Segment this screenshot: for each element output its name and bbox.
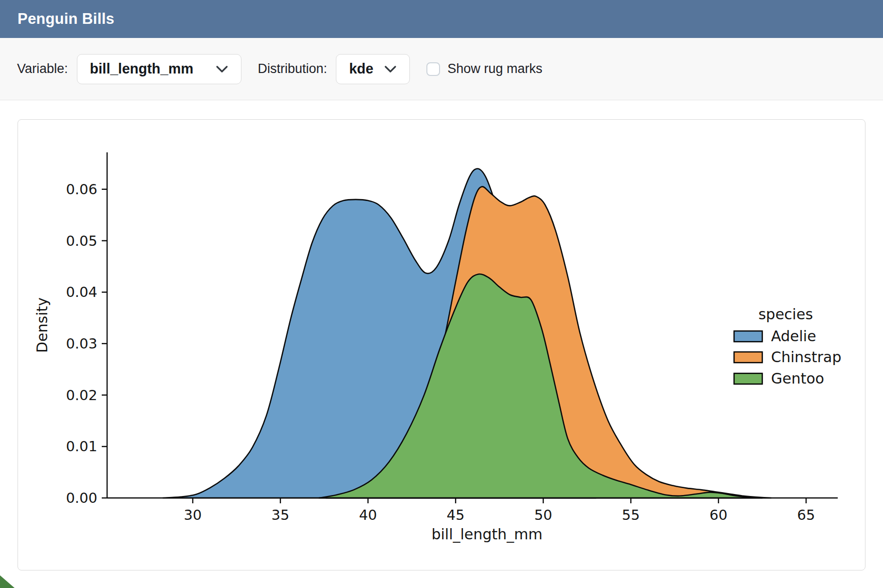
variable-label: Variable: [17,61,68,76]
x-tick-label: 45 [447,507,465,523]
y-axis-label: Density [34,297,51,353]
distribution-select-value: kde [349,61,373,77]
x-tick-label: 55 [622,507,640,523]
variable-select[interactable]: bill_length_mm [77,54,241,84]
x-tick-label: 50 [534,507,552,523]
variable-select-value: bill_length_mm [90,61,194,77]
plot-card: 30354045505560650.000.010.020.030.040.05… [18,119,865,570]
y-tick-label: 0.01 [66,438,97,455]
legend-label-gentoo: Gentoo [771,370,824,387]
rug-checkbox[interactable] [426,62,440,76]
y-tick-label: 0.03 [66,335,97,352]
y-tick-label: 0.02 [66,387,97,404]
x-tick-label: 35 [272,507,290,523]
y-tick-label: 0.06 [66,181,97,198]
distribution-select[interactable]: kde [336,54,410,84]
legend-swatch-chinstrap [734,352,762,363]
y-tick-label: 0.00 [66,490,97,506]
x-axis-label: bill_length_mm [431,526,542,543]
chevron-down-icon [216,65,228,73]
distribution-label: Distribution: [258,61,328,76]
kde-chart: 30354045505560650.000.010.020.030.040.05… [18,120,865,570]
page-title: Penguin Bills [18,10,114,28]
x-tick-label: 40 [359,507,377,523]
legend-swatch-adelie [734,331,762,342]
y-tick-label: 0.05 [66,233,97,249]
legend-swatch-gentoo [734,373,762,384]
chevron-down-icon [384,65,397,73]
toolbar: Variable: bill_length_mm Distribution: k… [0,38,883,100]
y-tick-label: 0.04 [66,284,97,300]
legend-label-chinstrap: Chinstrap [771,349,841,366]
rug-checkbox-label: Show rug marks [447,61,542,76]
legend-title: species [758,306,813,323]
corner-decoration [0,575,15,588]
legend-label-adelie: Adelie [771,328,816,345]
x-tick-label: 60 [710,507,728,523]
x-tick-label: 30 [184,507,202,523]
x-tick-label: 65 [797,507,815,523]
app-header: Penguin Bills [0,0,883,38]
